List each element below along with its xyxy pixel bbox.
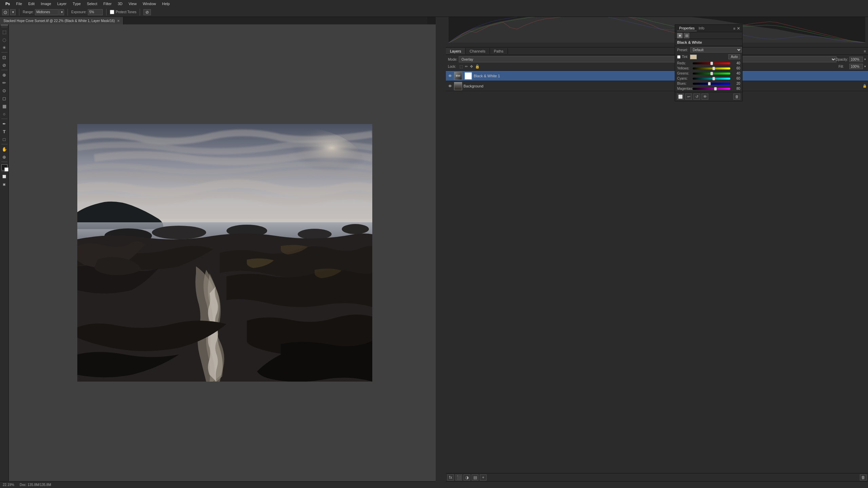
- layers-panel-menu-btn[interactable]: ≡: [862, 49, 868, 53]
- auto-btn[interactable]: Auto: [728, 54, 740, 59]
- pen-tool-btn[interactable]: ✒: [1, 120, 8, 127]
- menu-file[interactable]: File: [13, 1, 25, 6]
- tool-sep-3: [1, 70, 7, 70]
- lock-all-btn[interactable]: 🔒: [475, 64, 480, 69]
- blues-track[interactable]: [693, 83, 730, 85]
- prop-bottom-btn1[interactable]: ⬜: [677, 94, 684, 100]
- prop-bottom-btn3[interactable]: ↺: [693, 94, 700, 100]
- menu-layer[interactable]: Layer: [55, 1, 70, 6]
- layers-tab-layers[interactable]: Layers: [446, 48, 466, 54]
- app-logo[interactable]: Ps: [3, 1, 13, 6]
- layer-row-background[interactable]: 👁 Background 🔒: [446, 81, 868, 91]
- properties-panel-menu-btn[interactable]: ≡: [733, 26, 735, 30]
- reds-thumb[interactable]: [710, 62, 713, 65]
- layer-controls-row2: Lock: ⬚ ✏ ✥ 🔒 Fill: ▾: [448, 64, 866, 69]
- delete-layer-btn[interactable]: 🗑: [860, 474, 867, 481]
- opacity-input[interactable]: [849, 57, 863, 62]
- clone-tool-btn[interactable]: ⊙: [1, 87, 8, 94]
- protect-tones-label: Protect Tones: [116, 10, 136, 14]
- menu-image[interactable]: Image: [38, 1, 54, 6]
- active-tool-icon[interactable]: ⊙: [2, 9, 9, 15]
- tool-preset-picker[interactable]: ▾: [10, 9, 16, 15]
- prop-bottom-btn2[interactable]: ↩: [685, 94, 692, 100]
- doc-tab-bar: Stacked Hope Cove Sunset.tif @ 22.2% (Bl…: [0, 17, 427, 24]
- doc-tab-close-btn[interactable]: ✕: [117, 19, 120, 23]
- protect-tones-checkbox[interactable]: [110, 10, 114, 14]
- cyans-track[interactable]: [693, 78, 730, 80]
- magentas-track[interactable]: [693, 88, 730, 90]
- select-rect-tool-btn[interactable]: ⬚: [1, 28, 8, 36]
- lock-transparency-btn[interactable]: ⬚: [459, 64, 463, 69]
- reds-track[interactable]: [693, 62, 730, 64]
- menu-view[interactable]: View: [126, 1, 139, 6]
- lock-position-btn[interactable]: ✥: [470, 64, 473, 69]
- quick-mask-btn[interactable]: ⬜: [1, 173, 8, 180]
- menu-type[interactable]: Type: [70, 1, 83, 6]
- screen-mode-btn[interactable]: ▣: [1, 181, 8, 188]
- layer-visibility-bw1[interactable]: 👁: [447, 73, 453, 79]
- yellows-track[interactable]: [693, 67, 730, 69]
- add-mask-btn[interactable]: ⬛: [455, 474, 462, 481]
- properties-panel-close-btn[interactable]: ✕: [737, 26, 740, 31]
- doc-tab-main[interactable]: Stacked Hope Cove Sunset.tif @ 22.2% (Bl…: [0, 17, 123, 24]
- eraser-tool-btn[interactable]: ◻: [1, 95, 8, 102]
- tint-checkbox[interactable]: [677, 55, 680, 59]
- add-fx-btn[interactable]: fx: [447, 474, 454, 481]
- exposure-input[interactable]: [88, 9, 103, 15]
- menu-select[interactable]: Select: [84, 1, 100, 6]
- lock-label: Lock:: [448, 65, 457, 68]
- menu-bar: Ps File Edit Image Layer Type Select Fil…: [0, 0, 868, 7]
- heal-tool-btn[interactable]: ⊕: [1, 71, 8, 79]
- blend-mode-label: Mode:: [448, 58, 457, 61]
- menu-3d[interactable]: 3D: [115, 1, 125, 6]
- layers-tab-channels[interactable]: Channels: [466, 48, 490, 54]
- range-input[interactable]: [35, 9, 59, 15]
- properties-layer-icon-btn1[interactable]: ■: [677, 33, 683, 38]
- airbrush-btn[interactable]: ⊘: [143, 9, 151, 15]
- greens-slider-row: Greens: 40: [677, 72, 740, 75]
- preset-select[interactable]: Default: [690, 47, 742, 53]
- properties-layer-icon-btn2[interactable]: ▤: [684, 33, 689, 38]
- foreground-color-swatch[interactable]: [1, 164, 7, 170]
- menu-edit[interactable]: Edit: [25, 1, 37, 6]
- layers-tabs: Layers Channels Paths ≡: [446, 47, 868, 55]
- range-dropdown-btn[interactable]: ▾: [59, 9, 64, 15]
- properties-tab-info[interactable]: Info: [697, 26, 707, 31]
- properties-tab-properties[interactable]: Properties: [677, 26, 697, 31]
- background-color-swatch[interactable]: [4, 167, 8, 171]
- menu-window[interactable]: Window: [140, 1, 159, 6]
- dodge-tool-btn[interactable]: ○: [1, 110, 8, 118]
- greens-track[interactable]: [693, 73, 730, 75]
- greens-thumb[interactable]: [710, 72, 713, 75]
- ai-strip: AI: [436, 0, 446, 488]
- layers-tab-paths[interactable]: Paths: [490, 48, 508, 54]
- yellows-thumb[interactable]: [712, 67, 715, 70]
- lock-image-btn[interactable]: ✏: [465, 64, 468, 69]
- menu-filter[interactable]: Filter: [101, 1, 114, 6]
- magic-wand-tool-btn[interactable]: ✳: [1, 44, 8, 51]
- magentas-thumb[interactable]: [714, 87, 717, 90]
- layer-visibility-background[interactable]: 👁: [447, 83, 453, 89]
- text-tool-btn[interactable]: T: [1, 128, 8, 135]
- fill-input[interactable]: [849, 64, 863, 69]
- eyedropper-tool-btn[interactable]: ⊘: [1, 61, 8, 69]
- blend-mode-select[interactable]: Overlay: [459, 56, 836, 62]
- crop-tool-btn[interactable]: ⊡: [1, 54, 8, 61]
- add-adjustment-btn[interactable]: ◑: [463, 474, 470, 481]
- brush-tool-btn[interactable]: ✏: [1, 79, 8, 86]
- cyans-thumb[interactable]: [712, 77, 715, 80]
- gradient-tool-btn[interactable]: ▦: [1, 102, 8, 110]
- create-group-btn[interactable]: ▤: [472, 474, 478, 481]
- hand-tool-btn[interactable]: ✋: [1, 145, 8, 153]
- menu-help[interactable]: Help: [159, 1, 173, 6]
- lasso-tool-btn[interactable]: ◌: [1, 36, 8, 43]
- zoom-tool-btn[interactable]: ⊕: [1, 153, 8, 161]
- prop-bottom-btn4[interactable]: 👁: [702, 94, 708, 100]
- layer-row-bw1[interactable]: 👁 BW Black & White 1: [446, 71, 868, 81]
- tint-label: Tint: [682, 55, 687, 59]
- prop-bottom-delete-btn[interactable]: 🗑: [733, 94, 740, 100]
- create-layer-btn[interactable]: +: [480, 474, 487, 481]
- blues-thumb[interactable]: [708, 82, 711, 85]
- tint-color-swatch[interactable]: [690, 55, 697, 59]
- shape-tool-btn[interactable]: □: [1, 136, 8, 143]
